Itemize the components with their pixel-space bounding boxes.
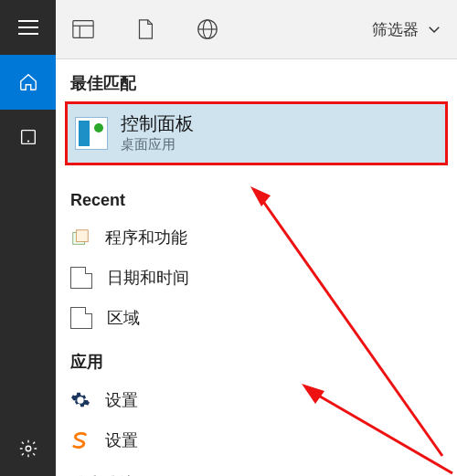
filter-dropdown[interactable]: 筛选器: [372, 19, 442, 40]
section-suggestions: 搜索建议: [56, 460, 457, 476]
settings-gear-icon[interactable]: [0, 421, 56, 476]
start-sidebar: [0, 0, 56, 476]
best-match-subtitle: 桌面应用: [121, 136, 194, 153]
svg-rect-3: [73, 21, 93, 38]
best-match-result[interactable]: 控制面板 桌面应用: [65, 101, 448, 165]
app-item[interactable]: 设置: [56, 420, 457, 460]
programs-icon: [70, 227, 90, 248]
web-scope-icon[interactable]: [195, 16, 220, 42]
recent-item[interactable]: 区域: [56, 298, 457, 338]
filter-label: 筛选器: [372, 19, 419, 40]
svg-point-2: [26, 446, 31, 451]
search-panel: 筛选器 最佳匹配 控制面板 桌面应用 Recent 程序和功能 日期和时间: [56, 0, 457, 476]
app-item-label: 设置: [105, 429, 138, 451]
app-item-label: 设置: [105, 389, 138, 411]
section-best-match: 最佳匹配: [56, 59, 457, 101]
document-icon: [70, 267, 92, 289]
orange-s-icon: [70, 430, 90, 450]
gear-icon: [70, 390, 90, 410]
home-icon[interactable]: [0, 55, 56, 110]
best-match-title: 控制面板: [121, 113, 194, 133]
recent-item-label: 日期和时间: [107, 267, 189, 289]
documents-scope-icon[interactable]: [133, 16, 158, 42]
section-recent: Recent: [56, 178, 457, 217]
app-item[interactable]: 设置: [56, 380, 457, 420]
frame-icon[interactable]: [0, 110, 56, 164]
hamburger-menu[interactable]: [0, 0, 56, 55]
apps-scope-icon[interactable]: [70, 16, 96, 42]
document-icon: [70, 307, 92, 329]
chevron-down-icon: [426, 21, 442, 37]
recent-item-label: 程序和功能: [105, 227, 187, 249]
recent-item[interactable]: 日期和时间: [56, 258, 457, 298]
search-topbar: 筛选器: [56, 0, 457, 59]
recent-item[interactable]: 程序和功能: [56, 217, 457, 258]
control-panel-icon: [75, 117, 108, 150]
section-apps: 应用: [56, 338, 457, 380]
recent-item-label: 区域: [107, 307, 140, 329]
svg-rect-10: [76, 230, 88, 242]
svg-point-1: [27, 140, 28, 142]
